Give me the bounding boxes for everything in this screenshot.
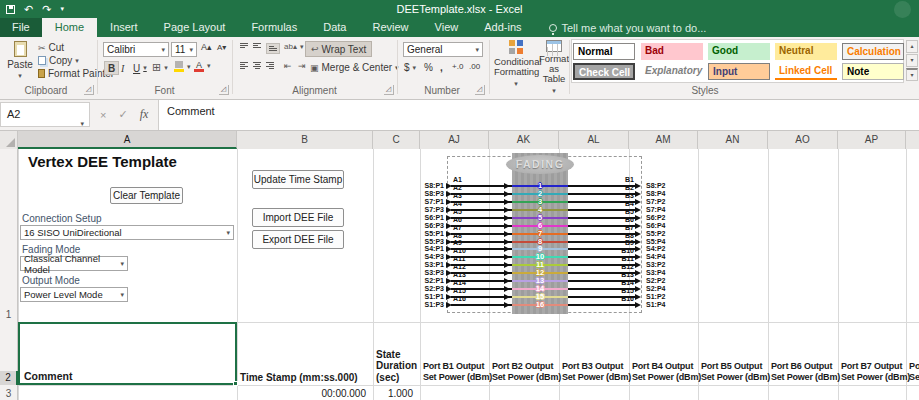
font-dialog-launcher-icon[interactable]: ◿ [219,85,229,95]
port-output-header-b6[interactable]: Port B6 OutputSet Power (dBm) [771,322,837,385]
tab-page-layout[interactable]: Page Layout [151,18,239,37]
column-header-am[interactable]: AM [629,131,698,149]
number-dialog-launcher-icon[interactable]: ◿ [475,85,485,95]
percent-button[interactable]: % [424,62,433,73]
port-output-header-b2[interactable]: Port B2 OutputSet Power (dBm) [492,322,558,385]
selected-cell-a2[interactable]: Comment [18,322,237,385]
tab-home[interactable]: Home [42,18,97,37]
align-middle-button[interactable] [253,43,261,48]
copy-button[interactable]: Copy ▾ [38,55,79,66]
column-header-a[interactable]: A [18,131,237,149]
fill-color-button[interactable]: ▾ [174,61,191,72]
style-cell-check-cell[interactable]: Check Cell [573,63,635,80]
style-cell-bad[interactable]: Bad [641,43,703,60]
underline-button[interactable]: U▾ [131,61,149,75]
style-cell-good[interactable]: Good [708,43,770,60]
name-box[interactable]: A2 ▾ [0,102,90,127]
column-header-ap[interactable]: AP [838,131,906,149]
cut-button[interactable]: ✂ Cut [38,42,64,53]
time-stamp-header[interactable]: Time Stamp (mm:ss.000) [240,322,370,385]
tell-me-box[interactable]: Tell me what you want to do... [549,18,707,37]
grow-font-button[interactable]: A▴ [201,42,212,52]
port-output-header-b3[interactable]: Port B3 OutputSet Power (dBm) [562,322,628,385]
style-cell-normal[interactable]: Normal [573,43,635,60]
decrease-decimal-button[interactable]: .00 [469,62,480,71]
port-output-header-b4[interactable]: Port B4 OutputSet Power (dBm) [632,322,697,385]
align-right-button[interactable] [266,62,274,69]
tab-review[interactable]: Review [359,18,421,37]
enter-icon[interactable]: ✓ [118,108,127,121]
column-header-al[interactable]: AL [559,131,629,149]
column-header-b[interactable]: B [237,131,373,149]
style-cell-linked-cell[interactable]: Linked Cell [775,63,837,80]
clear-template-button[interactable]: Clear Template [110,187,183,204]
import-dee-file-button[interactable]: Import DEE File [252,208,344,227]
output-mode-select[interactable]: Power Level Mode ▾ [20,287,128,302]
align-bottom-button[interactable] [266,43,280,54]
update-time-stamp-button[interactable]: Update Time Stamp [252,170,344,189]
fading-mode-select[interactable]: Classical Channel Model ▾ [20,256,128,271]
tab-formulas[interactable]: Formulas [238,18,310,37]
format-as-table-button[interactable]: Format as Table ▾ [540,40,568,96]
fill-handle[interactable] [233,381,238,386]
format-painter-button[interactable]: Format Painter [38,68,114,79]
port-output-header-b7[interactable]: Port B7 OutputSet Power (dBm) [841,322,905,385]
export-dee-file-button[interactable]: Export DEE File [252,230,344,249]
style-cell-explanatory[interactable]: Explanatory ... [641,63,703,80]
tab-data[interactable]: Data [310,18,359,37]
tab-file[interactable]: File [0,18,42,37]
select-all-button[interactable] [0,131,18,149]
tab-insert[interactable]: Insert [97,18,151,37]
column-header-c[interactable]: C [373,131,420,149]
shrink-font-button[interactable]: A▾ [217,43,226,52]
number-format-select[interactable]: General ▾ [403,42,483,57]
currency-button[interactable]: $▾ [404,62,416,73]
connection-setup-select[interactable]: 16 SISO UniDirectional ▾ [20,225,234,240]
increase-decimal-button[interactable]: +.0 [452,62,463,71]
cancel-icon[interactable]: × [100,109,106,121]
style-cell-note[interactable]: Note [842,63,904,80]
decrease-indent-button[interactable]: ⇤ [284,61,292,71]
formula-input[interactable]: Comment [158,100,919,130]
style-cell-calculation[interactable]: Calculation [842,43,904,60]
comma-style-button[interactable]: , [440,62,443,73]
styles-gallery-down-icon[interactable]: ▾ [906,54,918,67]
sheet-grid[interactable]: 123 Vertex DEE Template Clear Template C… [0,149,919,400]
align-left-button[interactable] [240,62,248,69]
font-color-button[interactable]: A ▾ [194,60,211,72]
alignment-dialog-launcher-icon[interactable]: ◿ [384,85,394,95]
row-header-3[interactable]: 3 [0,387,17,400]
column-header-ak[interactable]: AK [489,131,559,149]
style-cell-input[interactable]: Input [708,63,770,80]
increase-indent-button[interactable]: ⇥ [298,61,306,71]
clipboard-dialog-launcher-icon[interactable]: ◿ [84,85,94,95]
port-output-header-b5[interactable]: Port B5 OutputSet Power (dBm) [701,322,767,385]
insert-function-icon[interactable]: fx [140,107,149,122]
state-duration-value-cell[interactable]: 1.000 [373,388,417,399]
orientation-button[interactable]: ab▴▾ [284,42,303,51]
column-header-aj[interactable]: AJ [420,131,489,149]
row-header-2[interactable]: 2 [0,371,18,385]
align-top-button[interactable] [240,43,248,48]
style-cell-neutral[interactable]: Neutral [775,43,837,60]
font-size-select[interactable]: 11 ▾ [171,42,197,57]
styles-gallery-more-icon[interactable]: ▾ [906,68,918,81]
merge-center-button[interactable]: ▣ Merge & Center ▾ [310,62,399,73]
italic-button[interactable]: I [118,61,127,75]
tab-view[interactable]: View [422,18,472,37]
styles-gallery-up-icon[interactable]: ▴ [906,40,918,53]
borders-button[interactable]: ⊞▾ [152,61,168,74]
font-name-select[interactable]: Calibri ▾ [103,42,169,57]
row-header-1[interactable]: 1 [0,308,17,322]
column-header-ao[interactable]: AO [768,131,838,149]
column-header-an[interactable]: AN [698,131,768,149]
wrap-text-button[interactable]: ↩ Wrap Text [305,41,372,57]
align-center-button[interactable] [253,62,261,69]
time-stamp-value-cell[interactable]: 00:00.000 [237,388,370,399]
paste-button[interactable]: Paste ▾ [6,41,34,80]
column-header-partial[interactable] [906,131,919,149]
bold-button[interactable]: B [104,61,119,75]
conditional-formatting-button[interactable]: Conditional Formatting ▾ [494,40,538,89]
port-output-header-partial[interactable]: Port B8 OutputSet Power (dBm) [909,322,919,385]
tab-add-ins[interactable]: Add-ins [471,18,534,37]
